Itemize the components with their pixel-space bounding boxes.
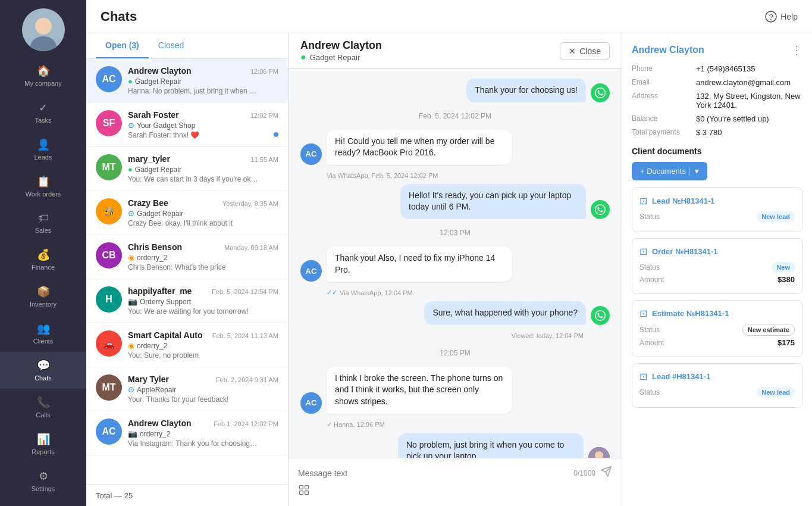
- clients-icon: 👥: [37, 322, 50, 335]
- chats-icon: 💬: [37, 359, 50, 372]
- doc-status-label: Status: [639, 263, 660, 271]
- messenger-icon: ⊙: [128, 385, 134, 394]
- help-label: Help: [780, 12, 798, 21]
- chat-name: Mary Tyler: [128, 374, 169, 384]
- balance-label: Balance: [632, 114, 691, 123]
- chat-item[interactable]: H happilyafter_me Feb. 5, 2024 12:54 PM …: [86, 279, 288, 323]
- sidebar-item-inventory[interactable]: 📦 Inventory: [0, 278, 86, 315]
- chat-preview: Hanna: No problem, just bring it when yo…: [128, 87, 259, 95]
- sidebar-item-reports[interactable]: 📊 Reports: [0, 426, 86, 463]
- sender-avatar: AC: [300, 392, 322, 414]
- chat-name: happilyafter_me: [128, 286, 192, 296]
- message-input-row: 0/1000: [298, 466, 612, 480]
- doc-title[interactable]: Lead #H81341-1: [652, 372, 710, 381]
- chat-time: Feb.1, 2024 12:02 PM: [214, 420, 278, 427]
- doc-icon: ⊡: [639, 246, 647, 257]
- sidebar-item-settings[interactable]: ⚙ Settings: [0, 463, 86, 499]
- chat-header-channel: ● Gadget Repair: [300, 52, 382, 63]
- chat-name-row: Chris Benson Monday, 09:18 AM: [128, 242, 278, 252]
- chat-item[interactable]: AC Andrew Clayton 12:06 PM ● Gadget Repa…: [86, 59, 288, 103]
- whatsapp-channel-icon: ●: [300, 52, 306, 63]
- document-card: ⊡ Lead #H81341-1 Status New lead: [632, 363, 802, 408]
- inventory-icon: 📦: [37, 285, 50, 298]
- chat-channel: ◉ orderry_2: [128, 253, 278, 262]
- chat-channel: 📷 orderry_2: [128, 429, 278, 438]
- chat-preview: You: Sure, no problem: [128, 351, 259, 360]
- chat-item[interactable]: MT mary_tyler 11:55 AM ● Gadget Repair Y…: [86, 147, 288, 191]
- doc-amount-label: Amount: [639, 339, 664, 347]
- tab-closed[interactable]: Closed: [149, 33, 194, 58]
- message-row: Hello! It's ready, you can pick up your …: [300, 184, 610, 219]
- chat-item[interactable]: SF Sarah Foster 12:02 PM ⊙ Your Gadget S…: [86, 103, 288, 147]
- client-header: Andrew Clayton ⋮: [632, 43, 802, 57]
- sidebar-item-label: Inventory: [30, 301, 57, 308]
- chat-list: AC Andrew Clayton 12:06 PM ● Gadget Repa…: [86, 59, 288, 485]
- chat-channel: ◉ orderry_2: [128, 341, 278, 350]
- chat-item[interactable]: MT Mary Tyler Feb. 2, 2024 9:31 AM ⊙ App…: [86, 367, 288, 411]
- chat-info: mary_tyler 11:55 AM ● Gadget Repair You:…: [128, 154, 278, 183]
- sidebar-item-label: Chats: [35, 374, 52, 382]
- doc-title[interactable]: Lead №H81341-1: [652, 196, 715, 205]
- chat-item[interactable]: CB Chris Benson Monday, 09:18 AM ◉ order…: [86, 235, 288, 279]
- time-separator: 12:05 PM: [300, 349, 610, 357]
- message-bubble: Thank you! Also, I need to fix my iPhone…: [327, 246, 512, 282]
- chat-name-row: Andrew Clayton 12:06 PM: [128, 66, 278, 76]
- more-options-button[interactable]: ⋮: [791, 43, 802, 57]
- sidebar-item-calls[interactable]: 📞 Calls: [0, 389, 86, 426]
- chat-item[interactable]: AC Andrew Clayton Feb.1, 2024 12:02 PM 📷…: [86, 411, 288, 455]
- doc-title[interactable]: Estimate №H81341-1: [652, 309, 729, 318]
- chat-list-footer: Total — 25: [86, 485, 288, 506]
- sidebar-item-clients[interactable]: 👥 Clients: [0, 315, 86, 352]
- content-area: Open (3) Closed AC Andrew Clayton 12:06 …: [86, 33, 812, 506]
- instagram-icon: 📷: [128, 297, 137, 306]
- chat-list-panel: Open (3) Closed AC Andrew Clayton 12:06 …: [86, 33, 289, 506]
- svg-rect-9: [305, 486, 309, 489]
- tab-open[interactable]: Open (3): [96, 33, 149, 58]
- sidebar-item-finance[interactable]: 💰 Finance: [0, 241, 86, 278]
- chat-tabs: Open (3) Closed: [86, 33, 288, 59]
- message-bubble: Hi! Could you tell me when my order will…: [327, 130, 512, 165]
- send-button[interactable]: [600, 466, 612, 480]
- phone-value: +1 (549)8465135: [696, 64, 755, 73]
- sidebar-item-label: Leads: [35, 154, 52, 161]
- doc-icon: ⊡: [639, 308, 647, 319]
- sidebar-item-chats[interactable]: 💬 Chats: [0, 352, 86, 389]
- close-button[interactable]: ✕ Close: [560, 42, 610, 60]
- sidebar-item-work-orders[interactable]: 📋 Work orders: [0, 168, 86, 205]
- doc-card-header: ⊡ Estimate №H81341-1: [639, 308, 795, 319]
- doc-amount-value: $380: [777, 275, 795, 284]
- sidebar-item-sales[interactable]: 🏷 Sales: [0, 205, 86, 241]
- chat-channel: ⊙ Gadget Repair: [128, 209, 278, 218]
- chat-preview: Chris Benson: What's the price: [128, 263, 259, 271]
- doc-title[interactable]: Order №H81341-1: [652, 247, 718, 256]
- chat-name: mary_tyler: [128, 154, 170, 164]
- message-bubble: Sure, what happened with your phone?: [424, 301, 586, 325]
- sidebar-item-leads[interactable]: 👤 Leads: [0, 131, 86, 168]
- documents-button[interactable]: + Documents ▾: [632, 162, 707, 180]
- help-button[interactable]: ? Help: [765, 11, 798, 23]
- message-bubble: Thank your for choosing us!: [466, 79, 586, 102]
- send-icon: [600, 466, 612, 477]
- chat-item[interactable]: 🐝 Crazy Bee Yesterday, 8:35 AM ⊙ Gadget …: [86, 191, 288, 235]
- doc-status-badge: New lead: [757, 211, 795, 222]
- chat-preview: You: We can start in 3 days if you're ok…: [128, 175, 259, 183]
- message-input[interactable]: [298, 466, 569, 480]
- avatar: SF: [96, 110, 122, 136]
- doc-status-badge: New lead: [757, 387, 795, 398]
- chat-item[interactable]: 🚗 Smart Capital Auto Feb. 5, 2024 11:13 …: [86, 323, 288, 367]
- doc-amount-value: $175: [777, 338, 795, 347]
- sidebar-item-tasks[interactable]: ✓ Tasks: [0, 94, 86, 131]
- address-value: 132, My Street, Kingston, New York 12401…: [696, 92, 802, 110]
- template-button[interactable]: [298, 484, 310, 499]
- sidebar-item-label: Sales: [35, 227, 52, 234]
- doc-status-badge: New: [772, 262, 795, 273]
- doc-card-header: ⊡ Lead #H81341-1: [639, 371, 795, 382]
- home-icon: 🏠: [37, 64, 50, 77]
- whatsapp-send-icon: [591, 83, 610, 102]
- channel-name: Your Gadget Shop: [137, 121, 195, 130]
- whatsapp-icon: ●: [128, 165, 133, 174]
- sidebar-nav: 🏠 My company ✓ Tasks 👤 Leads 📋 Work orde…: [0, 57, 86, 499]
- sidebar-item-my-company[interactable]: 🏠 My company: [0, 57, 86, 94]
- documents-label: + Documents: [640, 167, 686, 176]
- instagram-icon: 📷: [128, 429, 137, 438]
